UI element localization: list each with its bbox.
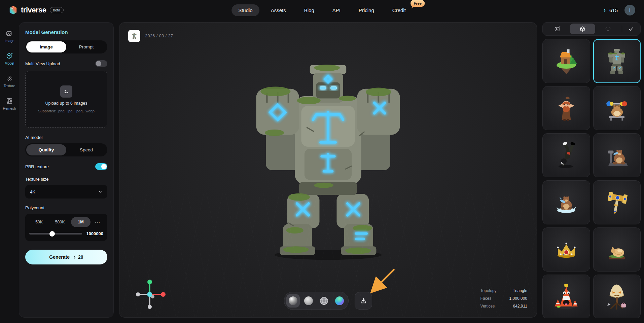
multi-view-label: Multi View Upload xyxy=(25,61,60,66)
nav-credit[interactable]: Credit Free xyxy=(386,4,413,16)
axis-gizmo[interactable] xyxy=(134,278,166,310)
thumbnail-floating-island-house[interactable] xyxy=(542,39,590,83)
viewport-3d[interactable]: 2026 / 03 / 27 xyxy=(119,22,537,318)
remesh-grid-icon xyxy=(6,97,13,105)
tab-image[interactable]: Image xyxy=(26,41,66,52)
credit-counter[interactable]: 615 xyxy=(603,7,618,13)
results-panel xyxy=(542,22,641,318)
thumbnail-stone-golem[interactable] xyxy=(593,39,641,83)
generation-date: 2026 / 03 / 27 xyxy=(145,34,173,38)
image-sparkle-icon xyxy=(6,30,13,37)
shading-wireframe-button[interactable] xyxy=(317,294,331,308)
navbar-right: 615 I xyxy=(603,5,635,15)
toggle-knob xyxy=(96,61,101,66)
cube-sparkle-icon xyxy=(6,52,13,60)
polycount-1m[interactable]: 1M xyxy=(71,217,91,227)
upload-image-icon xyxy=(60,85,72,98)
thumbnail-jeweled-crown[interactable] xyxy=(542,227,590,272)
upload-title: Upload up to 6 images xyxy=(45,101,87,106)
generation-source-thumbnail[interactable] xyxy=(128,30,140,42)
multi-view-toggle[interactable] xyxy=(95,60,107,67)
triverse-logo-icon xyxy=(9,5,17,15)
free-badge: Free xyxy=(411,0,425,7)
nav-studio[interactable]: Studio xyxy=(231,4,259,16)
model-generation-panel: Model Generation Image Prompt Multi View… xyxy=(19,22,114,318)
pbr-toggle[interactable] xyxy=(95,163,107,170)
polycount-more-button[interactable]: ··· xyxy=(92,219,103,225)
shading-mode-bar xyxy=(284,292,349,310)
polycount-value: 1000000 xyxy=(86,231,103,236)
mesh-stats: Topology Triangle Faces 1,000,000 Vertic… xyxy=(480,288,527,309)
glossy-sphere-icon xyxy=(289,296,297,305)
app-name: triverse xyxy=(21,6,46,14)
generate-button[interactable]: Generate 20 xyxy=(25,250,107,264)
shading-normal-button[interactable] xyxy=(333,294,346,308)
shading-matte-button[interactable] xyxy=(302,294,315,308)
image-sparkle-icon xyxy=(554,26,561,32)
results-tab-model[interactable] xyxy=(570,24,595,34)
input-mode-tabs: Image Prompt xyxy=(25,40,107,53)
texture-dots-icon xyxy=(6,75,13,82)
thumbnail-roast-turkey[interactable] xyxy=(593,227,641,272)
image-upload-dropzone[interactable]: Upload up to 6 images Supported: .png, .… xyxy=(25,71,107,128)
nav-assets[interactable]: Assets xyxy=(264,4,293,16)
results-tab-texture[interactable] xyxy=(595,24,620,34)
slider-thumb[interactable] xyxy=(49,231,55,237)
logo[interactable]: triverse beta xyxy=(9,5,64,15)
top-navbar: triverse beta Studio Assets Blog API Pri… xyxy=(0,0,644,20)
tab-quality[interactable]: Quality xyxy=(26,144,66,155)
avatar[interactable]: I xyxy=(624,5,635,15)
download-button[interactable] xyxy=(355,292,372,310)
beta-badge: beta xyxy=(50,7,64,13)
thumbnail-golden-hammer[interactable] xyxy=(593,180,641,224)
thumbnail-breakdancer[interactable] xyxy=(542,133,590,177)
ai-model-label: AI model xyxy=(25,135,107,140)
texture-dots-icon xyxy=(605,26,611,32)
triverse-app: triverse beta Studio Assets Blog API Pri… xyxy=(0,0,644,323)
panel-title: Model Generation xyxy=(25,29,107,35)
model-stone-golem[interactable] xyxy=(242,63,414,262)
upload-hint: Supported: .png, .jpg, .jpeg, .webp xyxy=(38,109,95,113)
model-gallery xyxy=(542,39,641,318)
polycount-500k[interactable]: 500K xyxy=(50,217,70,227)
thumbnail-traffic-cone-monster[interactable] xyxy=(542,275,590,318)
results-tab-image[interactable] xyxy=(545,24,570,34)
mini-golem-thumb xyxy=(130,32,139,40)
chevron-down-icon xyxy=(98,189,103,194)
pbr-label: PBR texture xyxy=(25,164,49,169)
main-nav: Studio Assets Blog API Pricing Credit Fr… xyxy=(231,4,413,16)
polycount-box: 50K 500K 1M ··· 1000000 xyxy=(25,214,107,241)
nav-blog[interactable]: Blog xyxy=(297,4,321,16)
wireframe-sphere-icon xyxy=(320,296,328,305)
tab-speed[interactable]: Speed xyxy=(66,144,106,155)
thumbnail-otter-splash[interactable] xyxy=(542,180,590,224)
results-select-button[interactable] xyxy=(623,24,638,34)
ai-model-tabs: Quality Speed xyxy=(25,143,107,156)
results-type-tabs xyxy=(542,22,641,36)
thumbnail-gnome-with-bird[interactable] xyxy=(542,86,590,130)
generation-info: 2026 / 03 / 27 xyxy=(128,30,173,42)
thumbnail-panda-bench-press[interactable] xyxy=(593,86,641,130)
rail-item-texture[interactable]: Texture xyxy=(4,75,15,88)
generate-cost: 20 xyxy=(73,254,83,260)
polycount-slider[interactable] xyxy=(29,233,82,235)
thumbnail-lamp-creature[interactable] xyxy=(593,275,641,318)
download-icon xyxy=(360,297,367,304)
tab-prompt[interactable]: Prompt xyxy=(66,41,106,52)
viewport-toolbar xyxy=(284,292,372,310)
tool-rail: Image Model Texture xyxy=(0,22,19,318)
rail-item-model[interactable]: Model xyxy=(5,52,14,65)
rail-item-image[interactable]: Image xyxy=(4,30,14,43)
texture-size-label: Texture size xyxy=(25,177,107,182)
main-content: Image Model Texture xyxy=(0,20,644,323)
polycount-50k[interactable]: 50K xyxy=(29,217,49,227)
nav-pricing[interactable]: Pricing xyxy=(352,4,381,16)
bolt-icon xyxy=(603,7,607,13)
nav-api[interactable]: API xyxy=(326,4,347,16)
shading-shaded-button[interactable] xyxy=(286,294,300,308)
thumbnail-otter-treadmill[interactable] xyxy=(593,133,641,177)
polycount-label: Polycount xyxy=(25,205,107,210)
rail-item-remesh[interactable]: Remesh xyxy=(3,97,16,110)
texture-size-select[interactable]: 4K xyxy=(25,185,107,199)
normal-map-sphere-icon xyxy=(335,296,344,305)
